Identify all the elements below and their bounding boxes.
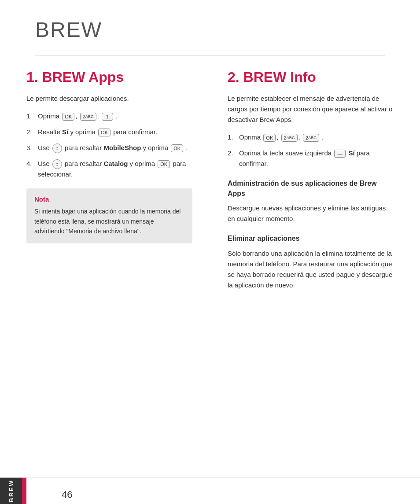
sidebar-accent xyxy=(22,478,26,504)
nav-key-3: ↕ xyxy=(52,143,62,153)
soft-key-r2: — xyxy=(334,150,346,158)
step-r1-number: 1. xyxy=(228,132,237,143)
brew-apps-step-4: 4. Use ↕ para resaltar Catalog y oprima … xyxy=(26,158,192,180)
step-3-mobileshop: MobileShop xyxy=(103,144,141,151)
sidebar-label-block: BREW xyxy=(0,478,22,504)
brew-apps-intro: Le permite descargar aplicaciones. xyxy=(26,93,192,104)
page-number-area: 46 xyxy=(26,478,420,504)
step-r1-content: Oprima OK, 2ABC, 2ABC . xyxy=(239,132,394,143)
admin-heading: Administración de sus aplicaciones de Br… xyxy=(228,179,394,199)
2abc-key-r1: 2ABC xyxy=(281,134,298,142)
brew-info-step-1: 1. Oprima OK, 2ABC, 2ABC . xyxy=(228,132,394,143)
ok-key-r1: OK xyxy=(263,134,276,142)
page: BREW 1. BREW Apps Le permite descargar a… xyxy=(0,0,420,504)
sidebar-text: BREW xyxy=(8,479,15,502)
title-divider xyxy=(35,55,385,55)
ok-key-3: OK xyxy=(171,144,183,152)
step-4-catalog: Catalog xyxy=(103,160,128,167)
step-4-number: 4. xyxy=(26,158,36,169)
brew-apps-title: 1. BREW Apps xyxy=(26,69,192,85)
note-box: Nota Si intenta bajar una aplicación cua… xyxy=(26,188,192,243)
step-r2-number: 2. xyxy=(228,148,237,158)
brew-apps-step-3: 3. Use ↕ para resaltar MobileShop y opri… xyxy=(26,143,192,153)
brew-info-title: 2. BREW Info xyxy=(228,69,394,85)
note-label: Nota xyxy=(34,195,184,203)
col-left: 1. BREW Apps Le permite descargar aplica… xyxy=(26,69,201,298)
2abc-key-r1b: 2ABC xyxy=(303,134,319,142)
si-label: Sí xyxy=(348,149,354,157)
step-r2-content: Oprima la tecla suave izquierda — Sí par… xyxy=(239,148,394,169)
note-text: Si intenta bajar una aplicación cuando l… xyxy=(34,206,184,236)
bottom-bar: BREW 46 xyxy=(0,478,420,504)
step-2-si: Sí xyxy=(62,128,68,136)
step-2-content: Resalte Sí y oprima OK para confirmar. xyxy=(38,127,192,137)
brew-info-intro: Le permite establecer el mensaje de adve… xyxy=(228,93,394,125)
brew-apps-step-2: 2. Resalte Sí y oprima OK para confirmar… xyxy=(26,127,192,137)
step-2-number: 2. xyxy=(26,127,36,137)
brew-info-step-2: 2. Oprima la tecla suave izquierda — Sí … xyxy=(228,148,394,169)
step-1-number: 1. xyxy=(26,111,36,121)
eliminar-heading: Eliminar aplicaciones xyxy=(228,234,394,243)
page-number: 46 xyxy=(62,489,72,500)
brew-apps-step-1: 1. Oprima OK, 2ABC, 1 . xyxy=(26,111,192,121)
nav-key-4: ↕ xyxy=(52,159,62,169)
step-3-number: 3. xyxy=(26,143,36,153)
1-key-1: 1 xyxy=(102,113,113,121)
eliminar-text: Sólo borrando una aplicación la elimina … xyxy=(228,248,394,291)
2abc-key-1: 2ABC xyxy=(80,113,96,121)
step-3-content: Use ↕ para resaltar MobileShop y oprima … xyxy=(38,143,192,153)
step-1-content: Oprima OK, 2ABC, 1 . xyxy=(38,111,192,121)
ok-key-4: OK xyxy=(158,160,170,168)
admin-text: Descargue nuevas aplicaciones y elimine … xyxy=(228,203,394,224)
page-title: BREW xyxy=(0,0,420,55)
ok-key-2: OK xyxy=(98,129,111,136)
col-right: 2. BREW Info Le permite establecer el me… xyxy=(219,69,394,298)
main-content: 1. BREW Apps Le permite descargar aplica… xyxy=(0,69,420,298)
step-4-content: Use ↕ para resaltar Catalog y oprima OK … xyxy=(38,158,192,180)
ok-key-1: OK xyxy=(62,113,74,121)
